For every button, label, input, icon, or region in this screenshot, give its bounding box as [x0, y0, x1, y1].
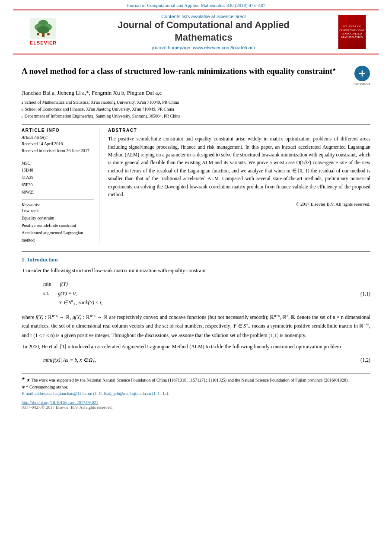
journal-homepage: journal homepage: www.elsevier.com/locat…: [69, 45, 338, 50]
star-footnote: ★ ★ The work was supported by the Nation…: [22, 376, 370, 383]
equation-1-2: min{f(x)| Ax = b, x ∈ Ω}, (1.2): [43, 356, 370, 365]
journal-title-section: Contents lists available at ScienceDirec…: [69, 14, 338, 50]
intro-paragraph-1: Consider the following structured low-ra…: [22, 267, 370, 275]
journal-main-title: Journal of Computational and Applied Mat…: [69, 19, 338, 44]
article-info-header: ARTICLE INFO: [22, 128, 94, 133]
abstract-text: The positive semidefinite constraint and…: [108, 135, 370, 198]
journal-url: www.elsevier.com/locate/cam: [193, 45, 255, 50]
eq11-content: min f(Y) s.t. g(Y) = 0, Y ∈ Sn+, rank(Y)…: [43, 280, 102, 309]
divider-1: [22, 158, 94, 158]
svg-point-4: [37, 26, 49, 34]
eq-number-1-2: (1.2): [360, 357, 370, 363]
received-date: Received 14 April 2016: [22, 140, 94, 147]
page: Journal of Computational and Applied Mat…: [0, 0, 392, 535]
msc-code-3: 65F30: [22, 181, 94, 188]
msc-code-1: 15B48: [22, 166, 94, 174]
msc-codes: 15B48 41A29 65F30 68W25: [22, 166, 94, 196]
article-title-section: A novel method for a class of structured…: [22, 66, 370, 86]
intro-p1: Consider the following structured low-ra…: [22, 267, 370, 275]
svg-rect-5: [42, 33, 45, 37]
elsevier-logo: ELSEVIER: [26, 18, 61, 46]
crossmark-icon: [354, 66, 370, 81]
keyword-3: Positive semidefinite constraint: [22, 222, 94, 229]
revised-date: Received in revised form 26 June 2017: [22, 147, 94, 154]
main-content: A novel method for a class of structured…: [0, 54, 392, 414]
equation-1-1: min f(Y) s.t. g(Y) = 0, Y ∈ Sn+, rank(Y)…: [43, 280, 370, 309]
authors-line: Jianchao Bai a, Jicheng Li a,*, Fengmin …: [22, 89, 370, 96]
crossmark-badge[interactable]: CrossMark: [354, 66, 370, 86]
copyright-line: © 2017 Elsevier B.V. All rights reserved…: [108, 202, 370, 207]
sciencedirect-link: Contents lists available at ScienceDirec…: [69, 14, 338, 19]
journal-thumbnail: JOURNAL OF COMPUTATIONAL AND APPLIED MAT…: [338, 15, 366, 49]
msc-code-4: 68W25: [22, 188, 94, 196]
footnotes: ★ ★ The work was supported by the Nation…: [22, 373, 370, 396]
doi-section: http://dx.doi.org/10.1016/j.cam.2017.09.…: [22, 400, 370, 410]
email-footnote: E-mail addresses: baijianchao@126.com (J…: [22, 390, 370, 397]
paragraph-after-eq11: where f(Y) : ℝn×n → ℝ, g(Y) : ℝn×n → ℝ a…: [22, 313, 370, 340]
crossmark-label: CrossMark: [354, 82, 370, 86]
msc-code-2: 41A29: [22, 174, 94, 181]
keywords-label: Keywords:: [22, 202, 94, 207]
svg-point-6: [37, 33, 39, 35]
msc-section: MSC: 15B48 41A29 65F30 68W25: [22, 161, 94, 196]
paragraph-intro-2: In 2010, He et al. [1] introduced an acc…: [22, 343, 370, 351]
divider-2: [22, 199, 94, 200]
eq11-line-3: Y ∈ Sn+, rank(Y) ≤ r,: [43, 298, 102, 308]
elsevier-label: ELSEVIER: [30, 39, 57, 46]
keyword-1: Low-rank: [22, 207, 94, 214]
affiliation-c: c Department of Information Engineering,…: [22, 113, 370, 120]
article-info-column: ARTICLE INFO Article history: Received 1…: [22, 128, 99, 244]
abstract-column: ABSTRACT The positive semidefinite const…: [108, 128, 370, 244]
section-1-heading: 1. Introduction: [22, 256, 370, 263]
affiliation-a: a School of Mathematics and Statistics, …: [22, 99, 370, 106]
eq11-line-1: min f(Y): [43, 280, 102, 289]
doi-link[interactable]: http://dx.doi.org/10.1016/j.cam.2017.09.…: [22, 400, 98, 405]
para-after-eq11: where f(Y) : ℝn×n → ℝ, g(Y) : ℝn×n → ℝ a…: [22, 313, 370, 351]
doi-rights: 0377-0427/© 2017 Elsevier B.V. All right…: [22, 405, 370, 410]
crossmark-svg-icon: [357, 69, 367, 78]
svg-point-7: [47, 33, 50, 35]
journal-citation: Journal of Computational and Applied Mat…: [127, 3, 265, 8]
top-journal-bar: Journal of Computational and Applied Mat…: [0, 0, 392, 10]
introduction-section: 1. Introduction Consider the following s…: [22, 252, 370, 365]
keywords-section: Keywords: Low-rank Equality constraint P…: [22, 202, 94, 244]
sciencedirect-text: ScienceDirect: [217, 14, 246, 19]
eq12-content: min{f(x)| Ax = b, x ∈ Ω},: [43, 356, 96, 365]
corresponding-footnote: ∗ * Corresponding author.: [22, 384, 370, 390]
doi-url[interactable]: http://dx.doi.org/10.1016/j.cam.2017.09.…: [22, 400, 370, 405]
history-label: Article history:: [22, 135, 94, 140]
eq-number-1-1: (1.1): [360, 291, 370, 297]
elsevier-tree-icon: [30, 18, 56, 39]
keyword-2: Equality constraint: [22, 214, 94, 222]
keyword-list: Low-rank Equality constraint Positive se…: [22, 207, 94, 244]
affiliation-b: b School of Economics and Finance, Xi'an…: [22, 106, 370, 113]
abstract-header: ABSTRACT: [108, 128, 370, 133]
article-info-abstract: ARTICLE INFO Article history: Received 1…: [22, 124, 370, 244]
keyword-4: Accelerated augmented Lagrangian method: [22, 229, 94, 244]
affiliations: a School of Mathematics and Statistics, …: [22, 99, 370, 120]
eq11-line-2: s.t. g(Y) = 0,: [43, 289, 102, 299]
journal-header: ELSEVIER Contents lists available at Sci…: [13, 10, 379, 54]
article-title: A novel method for a class of structured…: [22, 66, 347, 77]
article-history: Article history: Received 14 April 2016 …: [22, 135, 94, 154]
msc-label: MSC:: [22, 161, 94, 166]
